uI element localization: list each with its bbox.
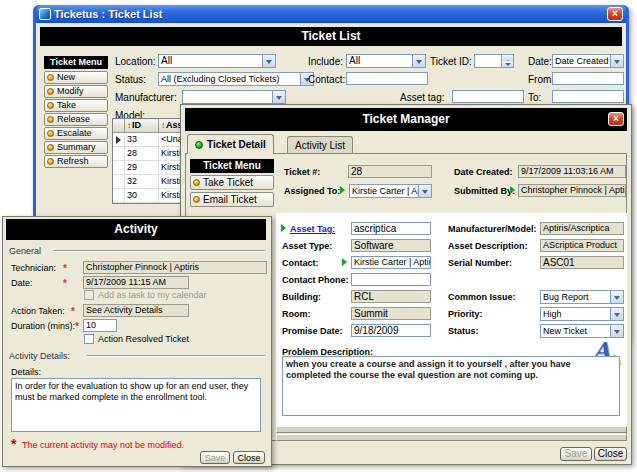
- status-field-select[interactable]: New Ticket: [540, 324, 624, 338]
- menu-item-new[interactable]: New: [44, 71, 108, 84]
- tab-activity-list[interactable]: Activity List: [287, 136, 353, 154]
- go-arrow-icon[interactable]: [340, 186, 345, 194]
- close-icon[interactable]: ×: [607, 7, 623, 21]
- asset-tag-filter-input[interactable]: [452, 90, 524, 103]
- row-selector: [113, 161, 125, 174]
- contact-phone-label: Contact Phone:: [282, 274, 349, 287]
- menu-item-release[interactable]: Release: [44, 113, 108, 126]
- menu-item-refresh[interactable]: Refresh: [44, 155, 108, 168]
- details-textarea[interactable]: In order for the evaluation to show up f…: [11, 378, 261, 432]
- common-issue-select[interactable]: Bug Report: [540, 290, 624, 304]
- contact-filter-label: Contact:: [308, 73, 345, 86]
- menu-item-escalate[interactable]: Escalate: [44, 127, 108, 140]
- priority-select[interactable]: High: [540, 307, 624, 321]
- chevron-down-icon[interactable]: [610, 308, 623, 320]
- go-arrow-icon[interactable]: [510, 186, 515, 194]
- bullet-icon: [47, 88, 54, 95]
- column-label: ID: [132, 120, 141, 130]
- menu-item-take[interactable]: Take: [44, 99, 108, 112]
- room-label: Room:: [282, 308, 311, 321]
- required-marker: *: [75, 320, 79, 333]
- spin-down-icon[interactable]: [502, 61, 513, 67]
- required-marker: *: [63, 262, 67, 275]
- menu-item-label: Modify: [57, 86, 84, 97]
- date-type-select[interactable]: Date Created: [552, 54, 624, 68]
- close-icon[interactable]: ×: [608, 112, 624, 126]
- asset-tag-link[interactable]: Asset Tag:: [290, 223, 335, 236]
- activity-date-field: 9/17/2009 11:15 AM: [83, 276, 189, 289]
- menu-item-modify[interactable]: Modify: [44, 85, 108, 98]
- manufacturer-select[interactable]: [182, 90, 286, 104]
- bullet-icon: [47, 144, 54, 151]
- close-button[interactable]: Close: [594, 447, 627, 461]
- contact-label: Contact:: [282, 257, 319, 270]
- ticket-id-stepper[interactable]: [474, 54, 514, 68]
- asset-tag-field[interactable]: ascriptica: [351, 222, 431, 235]
- from-input[interactable]: [552, 72, 624, 85]
- close-button[interactable]: Close: [233, 451, 265, 464]
- green-dot-icon: [195, 141, 203, 149]
- chevron-down-icon[interactable]: [262, 55, 275, 67]
- to-input[interactable]: [552, 90, 624, 103]
- menu-item-label: Take Ticket: [203, 176, 253, 189]
- asset-section: Asset Tag: ascriptica Asset Type: Softwa…: [276, 213, 627, 426]
- problem-description-textarea[interactable]: when you create a course and assign it t…: [282, 356, 620, 416]
- resolved-checkbox[interactable]: [84, 334, 94, 344]
- chevron-down-icon[interactable]: [412, 55, 425, 67]
- date-created-field: 9/17/2009 11:03:16 AM: [518, 165, 626, 178]
- contact-filter-input[interactable]: [346, 72, 428, 85]
- calendar-checkbox: [84, 290, 94, 300]
- asset-description-label: Asset Description:: [448, 240, 528, 253]
- ticket-id-value[interactable]: [475, 55, 501, 67]
- menu-item-label: Take: [57, 100, 76, 111]
- bullet-icon: [193, 179, 200, 186]
- warning-text: The current activity may not be modified…: [22, 439, 184, 452]
- assigned-to-label: Assigned To:: [284, 185, 340, 198]
- manufacturer-label: Manufacturer:: [115, 91, 177, 104]
- menu-item-take-ticket[interactable]: Take Ticket: [190, 175, 274, 190]
- include-select[interactable]: All: [346, 54, 426, 68]
- ticket-menu-title: Ticket Menu: [44, 56, 108, 69]
- bullet-icon: [193, 196, 200, 203]
- duration-field[interactable]: 10: [83, 319, 117, 332]
- section-general: General: [9, 246, 41, 256]
- room-field: Summit: [351, 307, 431, 320]
- tab-ticket-detail[interactable]: Ticket Detail: [187, 134, 274, 154]
- required-marker: *: [63, 277, 67, 290]
- bullet-icon: [47, 116, 54, 123]
- chevron-down-icon[interactable]: [418, 185, 431, 197]
- menu-item-label: Release: [57, 114, 90, 125]
- asset-tag-filter-label: Asset tag:: [400, 91, 444, 104]
- cell-id: 32: [125, 175, 159, 188]
- status-label: Status:: [115, 73, 146, 86]
- contact-field[interactable]: Kirstie Carter | Aptiris: [351, 256, 431, 269]
- action-taken-field: See Activity Details: [83, 304, 189, 317]
- page-title: Ticket List: [40, 27, 622, 46]
- location-select[interactable]: All: [158, 54, 276, 68]
- go-arrow-icon[interactable]: [342, 258, 347, 266]
- ticket-menu-panel: Ticket Menu New Modify Take Release Esca…: [44, 56, 108, 169]
- row-selector: [113, 189, 125, 202]
- contact-phone-field[interactable]: [351, 273, 431, 286]
- asset-type-field: Software: [351, 239, 431, 252]
- go-arrow-icon[interactable]: [281, 224, 286, 232]
- priority-label: Priority:: [448, 308, 483, 321]
- titlebar[interactable]: Ticketus : Ticket List ×: [36, 5, 626, 23]
- date-type-value: Date Created: [553, 55, 610, 67]
- menu-item-summary[interactable]: Summary: [44, 141, 108, 154]
- section-divider: [87, 355, 265, 357]
- chevron-down-icon[interactable]: [610, 55, 623, 67]
- chevron-down-icon[interactable]: [610, 291, 623, 303]
- assigned-to-select[interactable]: Kirstie Carter | Aptiris: [349, 184, 432, 198]
- promise-date-field[interactable]: 9/18/2009: [351, 324, 431, 337]
- chevron-down-icon[interactable]: [610, 325, 623, 337]
- status-select[interactable]: All (Excluding Closed Tickets): [158, 72, 314, 86]
- app-icon: [39, 8, 51, 20]
- technician-label: Technician:: [11, 262, 56, 275]
- menu-item-email-ticket[interactable]: Email Ticket: [190, 192, 274, 207]
- assigned-to-value: Kirstie Carter | Aptiris: [350, 185, 418, 197]
- to-label: To:: [528, 91, 541, 104]
- chevron-down-icon[interactable]: [272, 91, 285, 103]
- manufacturer-value: [183, 91, 272, 103]
- column-header-id[interactable]: ↕ID: [125, 119, 159, 132]
